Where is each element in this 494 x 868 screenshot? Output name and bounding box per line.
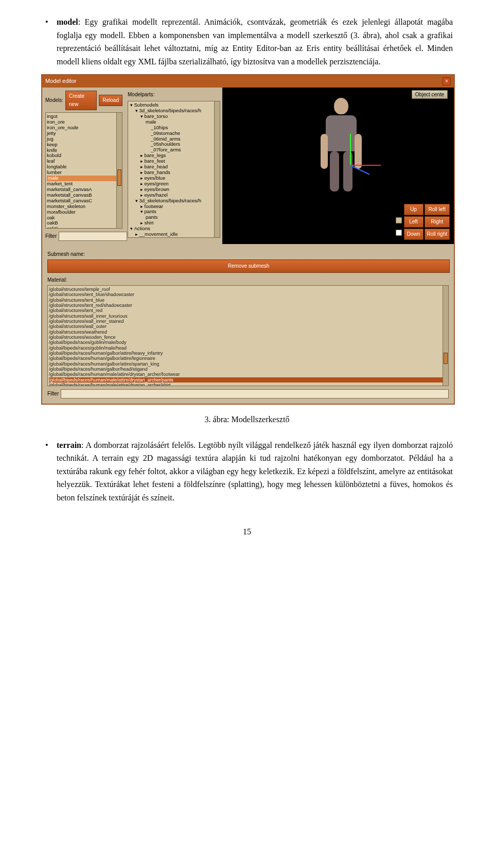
roll-left-button[interactable]: Roll left (425, 204, 450, 215)
figure-caption: 3. ábra: Modellszerkesztő (41, 413, 453, 426)
list-item[interactable]: /global/bipeds/races/goblin/male/head (49, 345, 447, 351)
list-item[interactable]: jug (47, 136, 121, 142)
material-filter-input[interactable] (61, 389, 449, 398)
models-listbox[interactable]: ingotiron_oreiron_ore_nodejettyjugkeepkn… (45, 112, 122, 229)
close-icon[interactable]: × (443, 77, 451, 85)
tree-item[interactable]: 3d_skeletons/bipeds/races/h (130, 198, 219, 204)
list-item[interactable]: /global/structures/wall_inner_stained (49, 319, 447, 324)
model-editor-titlebar: Model editor × (42, 75, 454, 88)
para-model-prefix: model (57, 18, 78, 26)
list-item[interactable]: /global/bipeds/races/human/galbor/attire… (49, 361, 447, 367)
list-item[interactable]: /global/structures/temple_roof (49, 287, 447, 292)
list-item[interactable]: /global/bipeds/races/human/galbor/attire… (49, 356, 447, 361)
tree-item[interactable]: _10hips (130, 125, 219, 131)
submesh-name-label: Submesh name: (47, 250, 449, 258)
list-item[interactable]: iron_ore_node (47, 125, 121, 131)
list-item[interactable]: /global/bipeds/races/human/male/attire/d… (49, 372, 447, 377)
list-item[interactable]: /global/structures/wall_outer (49, 324, 447, 329)
list-item[interactable]: keep (47, 142, 121, 148)
list-item[interactable]: jetty (47, 131, 121, 136)
para-terrain-body: : A domborzat rajzolásáért felelős. Legt… (57, 441, 453, 502)
object-centre-button[interactable]: Object cente (412, 90, 448, 99)
list-item[interactable]: /global/bipeds/races/goblin/male/body (49, 340, 447, 345)
material-scrollbar[interactable] (443, 286, 448, 386)
filter-label: Filter (45, 232, 57, 240)
para-terrain: terrain: A domborzat rajzolásáért felelő… (41, 439, 453, 505)
list-item[interactable]: oakC (47, 226, 121, 229)
reload-button[interactable]: Reload (99, 95, 122, 106)
material-label: Material: (47, 276, 449, 284)
remove-submesh-button[interactable]: Remove submesh (47, 259, 450, 273)
tree-item[interactable]: bare_head (130, 164, 219, 170)
model-editor-window: Model editor × Models: Create new Reload… (41, 74, 455, 405)
checkbox-b[interactable] (396, 230, 402, 236)
left-button[interactable]: Left (404, 216, 424, 228)
checkbox-a[interactable] (396, 217, 402, 223)
tree-item[interactable]: eyes/blue (130, 176, 219, 181)
rotate-controls: Up Roll left Left Right Down Roll right (396, 204, 450, 240)
list-item[interactable]: /global/structures/tent_blue/shadowcaste… (49, 292, 447, 297)
right-button[interactable]: Right (425, 216, 450, 228)
list-item[interactable]: /global/structures/weathered (49, 329, 447, 335)
page-number: 15 (41, 525, 453, 539)
tree-item[interactable]: pants (130, 215, 219, 220)
list-item[interactable]: /global/structures/wooden_fence (49, 335, 447, 340)
tree-item[interactable]: bare_torso (130, 114, 219, 119)
list-item[interactable]: /global/bipeds/races/human/galbor/attire… (49, 351, 447, 356)
tree-item[interactable]: bare_hands (130, 170, 219, 176)
tree-item[interactable]: eyes/brown (130, 187, 219, 193)
list-item[interactable]: morafboulder (47, 210, 121, 215)
tree-item[interactable]: __movement_walk (130, 237, 219, 238)
tree-item[interactable]: pants (130, 209, 219, 215)
list-item[interactable]: /global/structures/tent_blue (49, 298, 447, 303)
tree-item[interactable]: 3d_skeletons/bipeds/races/h (130, 108, 219, 114)
3d-viewport[interactable]: Object cente (222, 88, 454, 244)
tree-item[interactable]: _07fore_arms (130, 147, 219, 153)
tree-item[interactable]: male (130, 119, 219, 125)
list-item[interactable]: /global/structures/tent_red (49, 308, 447, 313)
list-item[interactable]: /global/bipeds/races/human/male/attire/d… (49, 383, 447, 386)
roll-right-button[interactable]: Roll right (425, 229, 450, 240)
models-filter-input[interactable] (59, 232, 127, 241)
list-item[interactable]: kobold (47, 153, 121, 159)
window-title: Model editor (45, 77, 77, 86)
tree-item[interactable]: eyes/hazel (130, 193, 219, 198)
tree-item[interactable]: footwear (130, 204, 219, 210)
list-item[interactable]: /global/bipeds/races/human/galbor/head/s… (49, 367, 447, 372)
down-button[interactable]: Down (404, 229, 424, 240)
list-item[interactable]: monster_skeleton (47, 204, 121, 210)
para-terrain-prefix: terrain (57, 441, 81, 449)
material-listbox[interactable]: /global/structures/temple_roof/global/st… (47, 285, 449, 386)
tree-scrollbar[interactable] (214, 101, 220, 237)
create-new-button[interactable]: Create new (65, 91, 97, 110)
modelparts-tree[interactable]: Submodels3d_skeletons/bipeds/races/hbare… (128, 101, 220, 238)
up-button[interactable]: Up (404, 204, 424, 215)
para-model-body: : Egy grafikai modellt reprezentál. Anim… (57, 18, 453, 66)
tree-item[interactable]: _09stomache (130, 131, 219, 136)
tree-item[interactable]: bare_legs (130, 153, 219, 159)
para-model: model: Egy grafikai modellt reprezentál.… (41, 15, 453, 68)
tree-item[interactable]: bare_feet (130, 159, 219, 164)
list-item[interactable]: /global/structures/wall_inner_luxurious (49, 314, 447, 319)
tree-item[interactable]: eyes/green (130, 181, 219, 187)
models-label: Models: (45, 96, 63, 105)
list-item[interactable]: /global/structures/tent_red/shadowcaster (49, 303, 447, 308)
humanoid-preview (326, 98, 357, 194)
modelparts-label: Modelparts: (128, 91, 220, 99)
models-scrollbar[interactable] (116, 113, 122, 228)
list-item[interactable]: /global/bipeds/races/human/male/attire/d… (49, 377, 447, 383)
material-filter-label: Filter (47, 390, 59, 398)
